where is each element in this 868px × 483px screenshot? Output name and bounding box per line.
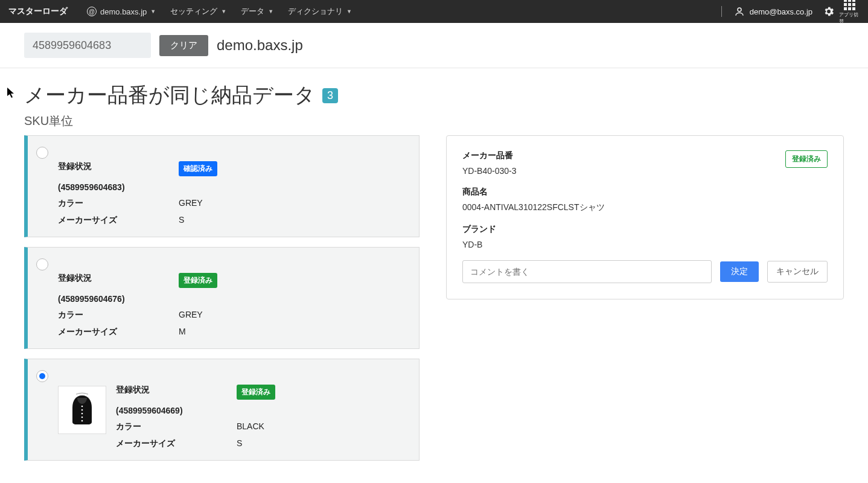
sku-card-fields: 登録状況 登録済み (4589959604676) カラー GREY メーカーサ…: [58, 273, 217, 337]
chevron-down-icon: ▼: [268, 8, 273, 14]
sku-code: (4589959604676): [58, 294, 167, 304]
nav-user[interactable]: demo@baxs.co.jp: [728, 6, 819, 17]
field-label-reg: 登録状況: [116, 385, 225, 400]
field-label-size: メーカーサイズ: [58, 327, 167, 337]
select-radio[interactable]: [36, 370, 48, 382]
product-thumbnail: [58, 386, 106, 434]
chevron-down-icon: ▼: [150, 8, 156, 14]
status-badge: 登録済み: [237, 385, 275, 400]
main-area: 登録状況 確認済み (4589959604683) カラー GREY メーカーサ…: [0, 132, 868, 483]
detail-brand-value: YD-B: [462, 240, 828, 249]
sku-color: GREY: [179, 198, 217, 209]
select-radio[interactable]: [36, 258, 48, 270]
nav-data[interactable]: データ ▼: [234, 0, 281, 23]
svg-point-0: [738, 8, 741, 11]
field-label-size: メーカーサイズ: [116, 438, 225, 449]
svg-point-4: [81, 412, 83, 414]
nav-dictionary-label: ディクショナリ: [288, 6, 343, 17]
sku-size: S: [179, 215, 217, 226]
detail-brand-label: ブランド: [462, 224, 828, 235]
clear-button[interactable]: クリア: [159, 35, 208, 56]
app-brand: マスターローダ: [8, 6, 68, 17]
app-switch-label: アプリ切替: [839, 11, 860, 25]
page-title-text: メーカー品番が同じ納品データ: [24, 82, 315, 109]
app-switcher[interactable]: アプリ切替: [839, 0, 860, 25]
at-icon: @: [87, 7, 97, 16]
page-header: メーカー品番が同じ納品データ 3 SKU単位: [0, 68, 868, 132]
svg-point-2: [81, 405, 83, 407]
detail-maker-no-label: メーカー品番: [462, 150, 517, 161]
page-title: メーカー品番が同じ納品データ 3: [24, 82, 844, 109]
sku-card-fields: 登録状況 確認済み (4589959604683) カラー GREY メーカーサ…: [58, 161, 217, 226]
nav-dictionary[interactable]: ディクショナリ ▼: [281, 0, 359, 23]
apps-grid-icon: [844, 0, 855, 10]
detail-product-name-value: 0004-ANTIVAL310122SFCLSTシャツ: [462, 202, 828, 213]
nav-settings[interactable]: セッティング ▼: [163, 0, 234, 23]
sku-card[interactable]: 登録状況 確認済み (4589959604683) カラー GREY メーカーサ…: [24, 135, 420, 237]
chevron-down-icon: ▼: [346, 8, 352, 14]
top-nav: マスターローダ @ demo.baxs.jp ▼ セッティング ▼ データ ▼ …: [0, 0, 868, 23]
cancel-button[interactable]: キャンセル: [767, 261, 828, 283]
sku-size: M: [179, 327, 217, 337]
nav-data-label: データ: [241, 6, 264, 17]
nav-domain-text: demo.baxs.jp: [100, 7, 147, 16]
sku-code: (4589959604669): [116, 406, 225, 415]
toolbar-domain-text: demo.baxs.jp: [217, 37, 303, 54]
sku-code: (4589959604683): [58, 182, 167, 192]
svg-point-6: [81, 420, 83, 421]
decide-button[interactable]: 決定: [720, 261, 759, 282]
svg-point-3: [81, 409, 83, 411]
chevron-down-icon: ▼: [221, 8, 226, 14]
field-label-reg: 登録状況: [58, 273, 167, 288]
detail-product-name-label: 商品名: [462, 187, 828, 197]
page-subtitle: SKU単位: [24, 113, 844, 129]
sku-list: 登録状況 確認済み (4589959604683) カラー GREY メーカーサ…: [24, 135, 420, 470]
sku-card[interactable]: 登録状況 登録済み (4589959604676) カラー GREY メーカーサ…: [24, 247, 420, 349]
sku-card[interactable]: 登録状況 登録済み (4589959604669) カラー BLACK メーカー…: [24, 359, 420, 461]
field-label-reg: 登録状況: [58, 161, 167, 176]
detail-status-badge: 登録済み: [785, 150, 828, 168]
user-icon: [734, 6, 745, 17]
nav-divider: [721, 6, 722, 17]
barcode-search-input[interactable]: [24, 33, 151, 58]
toolbar: クリア demo.baxs.jp: [0, 23, 868, 68]
nav-settings-label: セッティング: [170, 6, 217, 17]
status-badge: 登録済み: [179, 273, 217, 288]
sku-color: BLACK: [237, 421, 275, 432]
sku-size: S: [237, 438, 275, 449]
svg-point-5: [81, 416, 83, 418]
result-count-badge: 3: [322, 88, 338, 103]
nav-user-email: demo@baxs.co.jp: [750, 7, 812, 16]
comment-input[interactable]: [462, 260, 712, 283]
field-label-size: メーカーサイズ: [58, 215, 167, 226]
sku-card-fields: 登録状況 登録済み (4589959604669) カラー BLACK メーカー…: [116, 385, 275, 449]
sku-color: GREY: [179, 310, 217, 321]
field-label-color: カラー: [58, 198, 167, 209]
field-label-color: カラー: [58, 310, 167, 321]
select-radio[interactable]: [36, 147, 48, 159]
status-badge: 確認済み: [179, 161, 217, 176]
nav-domain[interactable]: @ demo.baxs.jp ▼: [80, 0, 163, 23]
field-label-color: カラー: [116, 421, 225, 432]
detail-panel: メーカー品番 YD-B40-030-3 登録済み 商品名 0004-ANTIVA…: [446, 135, 844, 299]
detail-maker-no-value: YD-B40-030-3: [462, 166, 517, 176]
settings-icon[interactable]: [819, 5, 839, 18]
